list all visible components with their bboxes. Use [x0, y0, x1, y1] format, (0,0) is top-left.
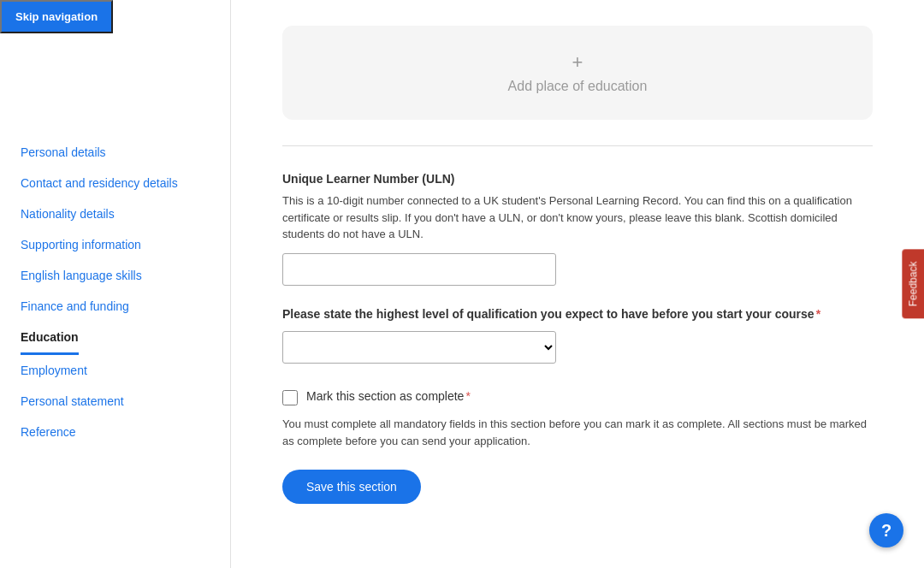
sidebar-item-finance-funding[interactable]: Finance and funding [21, 291, 230, 322]
qualification-section: Please state the highest level of qualif… [282, 306, 873, 364]
complete-checkbox[interactable] [282, 390, 298, 405]
sidebar-item-reference[interactable]: Reference [21, 417, 230, 447]
skip-navigation-button[interactable]: Skip navigation [0, 0, 113, 33]
main-content: + Add place of education Unique Learner … [231, 0, 924, 568]
feedback-button[interactable]: Feedback [903, 250, 924, 319]
qualification-select[interactable] [282, 331, 556, 364]
add-education-label: Add place of education [508, 79, 648, 94]
section-divider [282, 145, 873, 146]
complete-section: Mark this section as complete* You must … [282, 389, 873, 449]
uln-description: This is a 10-digit number connected to a… [282, 192, 873, 243]
qualification-label: Please state the highest level of qualif… [282, 306, 873, 323]
sidebar-item-nationality[interactable]: Nationality details [21, 198, 230, 229]
complete-checkbox-label[interactable]: Mark this section as complete* [306, 389, 471, 403]
sidebar-item-education[interactable]: Education [21, 322, 79, 355]
uln-input[interactable] [282, 253, 556, 286]
sidebar-item-personal-details[interactable]: Personal details [21, 137, 230, 168]
checkbox-required-star: * [465, 389, 470, 403]
sidebar-item-personal-statement[interactable]: Personal statement [21, 386, 230, 417]
sidebar-item-contact-residency[interactable]: Contact and residency details [21, 168, 230, 198]
sidebar-item-supporting-info[interactable]: Supporting information [21, 229, 230, 260]
add-education-card[interactable]: + Add place of education [282, 26, 873, 120]
complete-note: You must complete all mandatory fields i… [282, 416, 873, 449]
required-star: * [816, 307, 820, 321]
sidebar-item-english-language[interactable]: English language skills [21, 260, 230, 291]
plus-icon: + [572, 51, 583, 74]
uln-label: Unique Learner Number (ULN) [282, 172, 873, 186]
uln-section: Unique Learner Number (ULN) This is a 10… [282, 172, 873, 286]
save-button[interactable]: Save this section [282, 470, 421, 504]
sidebar-item-employment[interactable]: Employment [21, 355, 230, 386]
help-button[interactable]: ? [869, 513, 903, 547]
sidebar: Personal details Contact and residency d… [0, 0, 231, 568]
